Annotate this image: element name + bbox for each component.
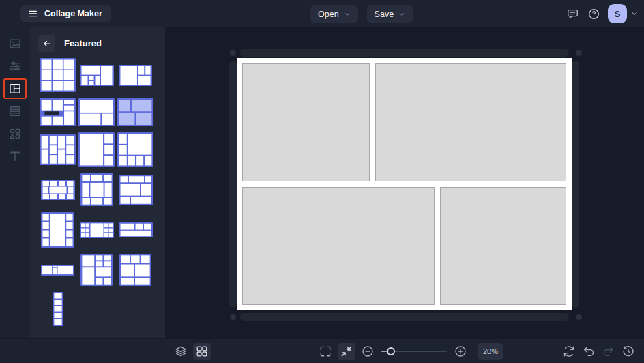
zoom-out-button[interactable] bbox=[359, 343, 377, 360]
collage-cell-r2c1[interactable] bbox=[242, 187, 435, 305]
canvas-corner-dot bbox=[230, 50, 236, 56]
collage-row bbox=[242, 63, 566, 182]
layout-thumbnail-mosaic-square-2[interactable] bbox=[119, 254, 151, 286]
thumbnail-row bbox=[38, 173, 165, 206]
collage-cell-r1c2[interactable] bbox=[375, 63, 566, 182]
toolbar-left-group bbox=[172, 343, 211, 360]
grid-view-button[interactable] bbox=[193, 343, 211, 360]
layout-thumbnail-left-feature[interactable] bbox=[119, 65, 152, 86]
canvas-scrollbar-bottom[interactable] bbox=[240, 313, 569, 321]
layout-thumbnail-center-frame[interactable] bbox=[80, 173, 113, 206]
hamburger-icon-slot bbox=[27, 8, 38, 19]
zoom-slider[interactable] bbox=[381, 343, 447, 360]
grid-view-icon bbox=[195, 345, 209, 358]
collage-sheet bbox=[237, 58, 572, 310]
back-button[interactable] bbox=[38, 35, 55, 52]
rail-item-collage-layouts[interactable] bbox=[3, 78, 27, 99]
thumbnail-row bbox=[38, 132, 165, 167]
template-icon bbox=[8, 104, 22, 118]
layout-thumbnail-border-ring-wide[interactable] bbox=[41, 180, 75, 200]
thumbnail-row bbox=[38, 212, 165, 248]
bottom-toolbar: 20% bbox=[0, 338, 644, 363]
avatar[interactable]: S bbox=[608, 4, 627, 23]
collage-icon bbox=[8, 82, 22, 96]
fit-to-screen-button[interactable] bbox=[338, 343, 355, 360]
layout-thumbnail-mosaic-center[interactable] bbox=[119, 175, 153, 205]
layout-thumbnail-filmstrip-thin[interactable] bbox=[41, 265, 74, 276]
fullscreen-button[interactable] bbox=[317, 343, 334, 360]
history-icon bbox=[621, 345, 635, 358]
layout-thumbnail-dense-grid[interactable] bbox=[40, 134, 76, 165]
layout-thumbnail-filmstrip-wide[interactable] bbox=[80, 222, 114, 238]
layout-thumbnail-four-cell-offset[interactable] bbox=[117, 98, 153, 126]
layout-thumbnail-grid-3x3[interactable] bbox=[40, 58, 76, 92]
image-icon bbox=[8, 37, 22, 50]
collage-maker-app: Collage Maker Open Save S Featured bbox=[0, 0, 644, 363]
workspace: Featured bbox=[0, 27, 644, 338]
open-button-label: Open bbox=[318, 10, 339, 19]
help-icon bbox=[587, 8, 600, 20]
hamburger-icon bbox=[27, 8, 38, 19]
thumbnail-row bbox=[38, 254, 165, 286]
layout-thumbnail-vertical-feature[interactable] bbox=[41, 212, 74, 248]
reset-button[interactable] bbox=[560, 343, 578, 360]
rail-item-edit[interactable] bbox=[3, 56, 27, 76]
collage-row bbox=[242, 187, 566, 305]
zoom-slider-knob[interactable] bbox=[387, 347, 395, 355]
layouts-panel: Featured bbox=[30, 27, 165, 338]
adjust-icon bbox=[8, 59, 22, 73]
canvas-scrollbar-left[interactable] bbox=[229, 61, 237, 308]
panel-header: Featured bbox=[30, 27, 165, 52]
thumbnail-row bbox=[38, 98, 165, 126]
undo-icon bbox=[582, 345, 596, 358]
toolbar-zoom-group: 20% bbox=[317, 343, 503, 360]
undo-button[interactable] bbox=[580, 343, 598, 360]
layout-thumbnail-mosaic-square[interactable] bbox=[80, 254, 113, 286]
layers-icon bbox=[174, 345, 188, 358]
layout-thumbnail-vertical-strip[interactable] bbox=[53, 292, 63, 326]
chevron-down-icon-slot bbox=[344, 11, 351, 18]
history-button[interactable] bbox=[619, 343, 637, 360]
zoom-in-button[interactable] bbox=[452, 343, 469, 360]
chevron-down-icon bbox=[344, 11, 351, 18]
canvas-corner-dot bbox=[576, 314, 582, 320]
collage-cell-r1c1[interactable] bbox=[242, 63, 370, 182]
collage-cell-r2c2[interactable] bbox=[440, 187, 566, 305]
redo-button bbox=[600, 343, 617, 360]
layout-thumbnail-one-top-two-bottom[interactable] bbox=[78, 98, 115, 126]
layout-thumbnail-two-row-mixed[interactable] bbox=[119, 222, 153, 237]
app-title: Collage Maker bbox=[44, 9, 102, 18]
layers-button[interactable] bbox=[172, 343, 190, 360]
top-bar: Collage Maker Open Save S bbox=[0, 0, 644, 27]
help-button[interactable] bbox=[584, 4, 603, 23]
canvas-scrollbar-top[interactable] bbox=[240, 49, 569, 57]
zoom-in-icon bbox=[454, 345, 467, 358]
layout-thumbnail-mosaic-mixed[interactable] bbox=[40, 98, 76, 126]
thumbnail-row bbox=[38, 58, 165, 92]
arrow-left-icon bbox=[42, 39, 52, 48]
layout-thumbnail-top-right-feature[interactable] bbox=[117, 132, 153, 167]
open-button[interactable]: Open bbox=[310, 5, 358, 23]
toolbar-history-group bbox=[560, 343, 637, 360]
rail-item-graphics[interactable] bbox=[3, 124, 27, 144]
file-actions: Open Save bbox=[310, 5, 413, 23]
chat-icon bbox=[566, 8, 579, 20]
thumbnail-row bbox=[38, 292, 165, 326]
account-menu-button[interactable] bbox=[629, 4, 640, 23]
feedback-button[interactable] bbox=[563, 4, 582, 23]
redo-icon bbox=[602, 345, 615, 358]
main-menu-button[interactable]: Collage Maker bbox=[20, 5, 111, 22]
zoom-level: 20% bbox=[478, 343, 503, 360]
tool-rail bbox=[0, 27, 30, 338]
chevron-down-icon bbox=[398, 11, 405, 18]
canvas-scrollbar-right[interactable] bbox=[572, 61, 579, 308]
layout-thumbnail-left-feature-right-strip[interactable] bbox=[78, 132, 115, 167]
save-button[interactable]: Save bbox=[367, 5, 413, 23]
save-button-label: Save bbox=[375, 10, 394, 19]
rail-item-text[interactable] bbox=[3, 146, 27, 166]
rail-item-templates[interactable] bbox=[3, 101, 27, 121]
graphics-icon bbox=[8, 127, 22, 141]
layout-thumbnail-mosaic-right-column[interactable] bbox=[80, 65, 114, 86]
canvas-area bbox=[165, 27, 644, 338]
rail-item-image[interactable] bbox=[3, 33, 27, 54]
